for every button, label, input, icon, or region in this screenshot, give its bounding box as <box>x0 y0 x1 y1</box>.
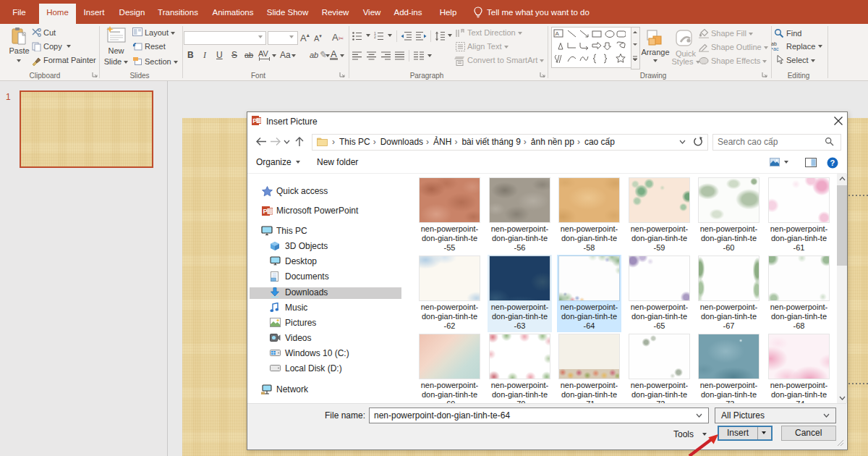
svg-text:2: 2 <box>374 35 376 39</box>
svg-text:A: A <box>556 30 560 37</box>
svg-text:ab: ab <box>771 41 777 46</box>
svg-text:P: P <box>252 117 257 124</box>
svg-text:ac: ac <box>773 46 779 51</box>
svg-text:P: P <box>263 207 268 215</box>
svg-text:?: ? <box>830 159 835 167</box>
